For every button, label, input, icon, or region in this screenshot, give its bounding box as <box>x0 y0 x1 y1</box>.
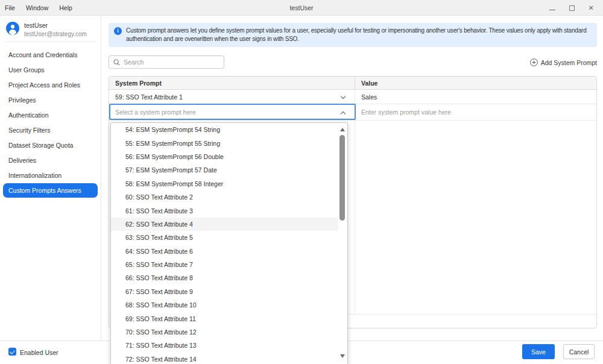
chevron-up-icon <box>341 111 346 116</box>
scroll-up-arrow-icon[interactable] <box>340 128 345 131</box>
prompt-value-input[interactable] <box>355 93 596 101</box>
minimize-button[interactable] <box>549 4 556 11</box>
dropdown-item[interactable]: 55: ESM SystemPrompt 55 String <box>111 136 338 149</box>
scroll-down-arrow-icon[interactable] <box>340 354 345 358</box>
system-prompt-select-open[interactable]: Select a system prompt here <box>109 104 356 120</box>
maximize-button[interactable] <box>568 4 575 11</box>
table-row: 59: SSO Text Attribute 1 <box>109 90 596 104</box>
plus-circle-icon <box>530 58 538 66</box>
dropdown-item[interactable]: 61: SSO Text Attribute 3 <box>111 204 338 217</box>
dropdown-list: 54: ESM SystemPrompt 54 String55: ESM Sy… <box>111 123 338 364</box>
dropdown-item[interactable]: 54: ESM SystemPrompt 54 String <box>111 123 338 136</box>
sidebar-item[interactable]: User Groups <box>3 63 98 77</box>
enabled-user-checkbox[interactable] <box>8 348 16 356</box>
dropdown-item[interactable]: 71: SSO Text Attribute 13 <box>111 339 338 352</box>
dropdown-item[interactable]: 64: SSO Text Attribute 6 <box>111 245 338 258</box>
sidebar-item[interactable]: Project Access and Roles <box>3 78 98 92</box>
maximize-icon <box>569 5 575 11</box>
dropdown-item[interactable]: 65: SSO Text Attribute 7 <box>111 258 338 271</box>
enabled-user-label: Enabled User <box>20 349 58 356</box>
save-button[interactable]: Save <box>522 344 555 359</box>
search-icon <box>113 59 120 66</box>
system-prompt-select[interactable]: 59: SSO Text Attribute 1 <box>109 90 355 104</box>
search-box <box>109 55 224 69</box>
search-input[interactable] <box>124 58 224 66</box>
sidebar-item[interactable]: Internationalization <box>3 168 98 183</box>
dropdown-scrollbar <box>338 124 347 364</box>
dropdown-item[interactable]: 62: SSO Text Attribute 4 <box>111 218 338 231</box>
info-icon <box>114 27 122 35</box>
sidebar-item[interactable]: Account and Credentials <box>3 48 98 62</box>
dropdown-item[interactable]: 72: SSO Text Attribute 14 <box>111 353 338 364</box>
user-block: testUser testUser@strategy.com <box>0 16 101 42</box>
dropdown-item[interactable]: 69: SSO Text Attribute 11 <box>111 312 338 325</box>
dropdown-item[interactable]: 57: ESM SystemPrompt 57 Date <box>111 163 338 177</box>
table-header: System Prompt Value <box>109 77 596 90</box>
info-banner: Custom prompt answers let you define sys… <box>109 23 597 47</box>
sidebar-item[interactable]: Security Filters <box>3 123 98 137</box>
window-title: testUser <box>0 4 603 11</box>
sidebar-nav: Account and CredentialsUser GroupsProjec… <box>0 42 101 198</box>
select-placeholder: Select a system prompt here <box>115 108 196 116</box>
chevron-down-icon <box>341 94 346 99</box>
dropdown-item[interactable]: 66: SSO Text Attribute 8 <box>111 271 338 284</box>
add-system-prompt-label: Add System Prompt <box>541 59 597 66</box>
sidebar: testUser testUser@strategy.com Account a… <box>0 16 101 340</box>
dropdown-item[interactable]: 63: SSO Text Attribute 5 <box>111 231 338 244</box>
dropdown-item[interactable]: 60: SSO Text Attribute 2 <box>111 190 338 204</box>
table-row: Select a system prompt here <box>109 104 596 121</box>
prompt-value-input-empty[interactable] <box>355 108 596 116</box>
user-email: testUser@strategy.com <box>24 31 87 37</box>
dropdown-item[interactable]: 58: ESM SystemPrompt 58 Integer <box>111 177 338 190</box>
sidebar-item[interactable]: Deliveries <box>3 153 98 168</box>
dropdown-item[interactable]: 70: SSO Text Attribute 12 <box>111 325 338 339</box>
info-banner-text: Custom prompt answers let you define sys… <box>126 27 591 43</box>
column-header-system-prompt: System Prompt <box>109 77 355 89</box>
dropdown-item[interactable]: 67: SSO Text Attribute 9 <box>111 285 338 298</box>
close-button[interactable]: ✕ <box>587 4 595 11</box>
sidebar-item[interactable]: Custom Prompts Answers <box>3 183 98 198</box>
sidebar-item[interactable]: Privileges <box>3 93 98 107</box>
scrollbar-thumb[interactable] <box>339 135 345 221</box>
user-name: testUser <box>24 22 48 29</box>
titlebar: FileWindowHelp testUser ✕ <box>0 0 603 16</box>
sidebar-item[interactable]: Authentication <box>3 108 98 122</box>
add-system-prompt-button[interactable]: Add System Prompt <box>530 58 597 67</box>
system-prompt-dropdown: 54: ESM SystemPrompt 54 String55: ESM Sy… <box>110 122 348 364</box>
avatar <box>6 22 19 35</box>
dropdown-item[interactable]: 56: ESM SystemPrompt 56 Double <box>111 150 338 163</box>
selected-prompt-text: 59: SSO Text Attribute 1 <box>115 93 183 101</box>
minimize-icon <box>549 10 555 10</box>
sidebar-item[interactable]: Dataset Storage Quota <box>3 138 98 152</box>
column-header-value: Value <box>355 77 596 89</box>
app-window: FileWindowHelp testUser ✕ testUser testU… <box>0 0 603 364</box>
window-controls: ✕ <box>549 0 595 16</box>
cancel-button[interactable]: Cancel <box>563 344 595 359</box>
dropdown-item[interactable]: 68: SSO Text Attribute 10 <box>111 298 338 312</box>
